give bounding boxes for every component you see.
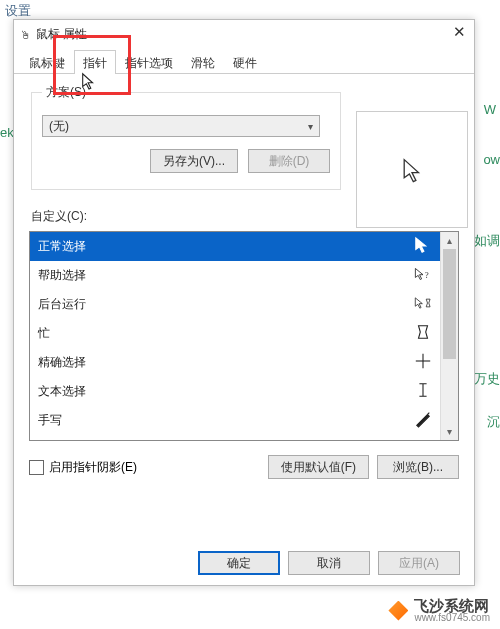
bg-txt: ow [483,152,500,167]
bg-txt: 设置 [5,2,31,20]
list-item-label: 帮助选择 [38,267,86,284]
pointer-shadow-checkbox[interactable]: 启用指针阴影(E) [29,459,137,476]
scroll-down-icon[interactable]: ▾ [441,423,458,440]
tab-buttons[interactable]: 鼠标键 [20,50,74,74]
list-item[interactable]: 手写 [30,406,440,435]
cursor-background-icon [414,294,432,315]
bg-txt: 沉 [487,413,500,431]
bg-txt: 如调 [474,232,500,250]
watermark-name: 飞沙系统网 [414,598,490,613]
tab-pointers[interactable]: 指针 [74,50,116,74]
list-item[interactable]: 忙 [30,319,440,348]
chevron-down-icon: ▾ [308,121,313,132]
scheme-group: 方案(S) (无) ▾ 另存为(V)... 删除(D) [31,84,341,190]
bg-txt: W [484,102,496,117]
cancel-button[interactable]: 取消 [288,551,370,575]
watermark: 飞沙系统网 www.fs0745.com [388,598,490,623]
list-item-label: 手写 [38,412,62,429]
browse-button[interactable]: 浏览(B)... [377,455,459,479]
tab-pointer-options[interactable]: 指针选项 [116,50,182,74]
title-bar: 🖱 鼠标 属性 ✕ [14,20,474,49]
scroll-thumb[interactable] [443,249,456,359]
list-item[interactable]: 正常选择 [30,232,440,261]
ok-button[interactable]: 确定 [198,551,280,575]
list-item[interactable]: 后台运行 [30,290,440,319]
scheme-combobox[interactable]: (无) ▾ [42,115,320,137]
tab-strip: 鼠标键 指针 指针选项 滑轮 硬件 [14,49,474,74]
cursor-handwriting-icon [414,410,432,431]
bg-txt: ek [0,125,14,140]
list-item[interactable]: 文本选择 [30,377,440,406]
scrollbar[interactable]: ▴ ▾ [440,232,458,440]
svg-text:?: ? [425,271,429,280]
use-default-button[interactable]: 使用默认值(F) [268,455,369,479]
window-title: 鼠标 属性 [36,26,87,43]
cursor-precision-icon [414,352,432,373]
save-as-button[interactable]: 另存为(V)... [150,149,238,173]
checkbox-label: 启用指针阴影(E) [49,459,137,476]
scheme-selected: (无) [49,118,69,135]
list-item-label: 后台运行 [38,296,86,313]
cursor-busy-icon [414,323,432,344]
apply-button: 应用(A) [378,551,460,575]
list-item-label: 精确选择 [38,354,86,371]
scheme-legend: 方案(S) [42,84,90,101]
cursor-listbox[interactable]: 正常选择 帮助选择 ? 后台运行 忙 精确选择 [29,231,459,441]
cursor-help-icon: ? [414,265,432,286]
mouse-icon: 🖱 [20,29,31,41]
scroll-up-icon[interactable]: ▴ [441,232,458,249]
list-item-label: 文本选择 [38,383,86,400]
cursor-arrow-icon [399,157,425,183]
list-item[interactable]: 精确选择 [30,348,440,377]
checkbox-icon [29,460,44,475]
close-icon[interactable]: ✕ [453,23,466,41]
tab-hardware[interactable]: 硬件 [224,50,266,74]
cursor-text-icon [414,381,432,402]
cursor-arrow-icon [414,236,432,257]
watermark-logo-icon [388,601,408,621]
delete-button: 删除(D) [248,149,330,173]
mouse-properties-dialog: 🖱 鼠标 属性 ✕ 鼠标键 指针 指针选项 滑轮 硬件 方案(S) (无) ▾ … [13,19,475,586]
list-item-label: 忙 [38,325,50,342]
watermark-url: www.fs0745.com [414,613,490,623]
bg-txt: 万史 [474,370,500,388]
list-item-label: 正常选择 [38,238,86,255]
cursor-preview [356,111,468,228]
list-item[interactable]: 帮助选择 ? [30,261,440,290]
tab-wheel[interactable]: 滑轮 [182,50,224,74]
